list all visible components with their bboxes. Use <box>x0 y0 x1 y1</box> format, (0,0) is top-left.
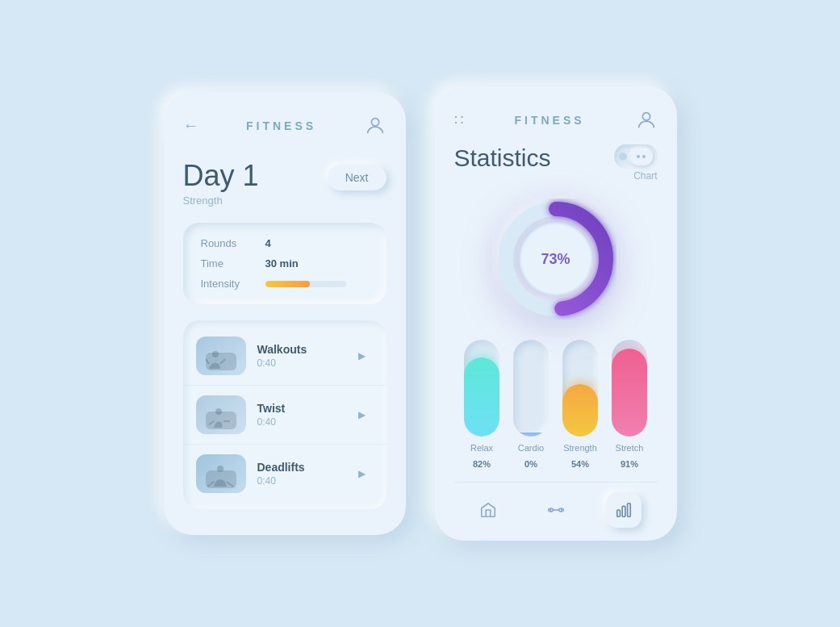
intensity-label: Intensity <box>201 278 265 290</box>
exercise-thumb-2 <box>196 395 246 434</box>
bar-pct-cardio: 0% <box>524 459 537 469</box>
exercise-duration-3: 0:40 <box>257 475 340 487</box>
svg-point-1 <box>212 351 219 357</box>
left-header: ← FITNESS <box>183 115 387 137</box>
statistics-title: Statistics <box>454 144 551 172</box>
bar-col-strength: Strength 54% <box>562 340 598 469</box>
bar-name-cardio: Cardio <box>518 443 544 453</box>
next-button[interactable]: Next <box>328 165 387 190</box>
bar-col-stretch: Stretch 91% <box>612 340 647 469</box>
svg-point-7 <box>217 466 224 472</box>
exercise-info-3: Deadlifts 0:40 <box>257 461 340 487</box>
exercise-list: Walkouts 0:40 ▶ Twist 0:40 <box>183 320 387 509</box>
bar-col-cardio: Cardio 0% <box>513 340 549 469</box>
donut-percent-label: 73% <box>541 251 570 268</box>
right-app-title: FITNESS <box>514 114 584 127</box>
toggle-dot <box>619 153 627 161</box>
bar-name-stretch: Stretch <box>616 443 644 453</box>
time-value: 30 min <box>265 257 299 270</box>
svg-line-3 <box>220 359 225 364</box>
exercise-item[interactable]: Deadlifts 0:40 ▶ <box>183 445 387 503</box>
back-button[interactable]: ← <box>183 116 199 135</box>
toggle-knob-dot <box>637 155 640 158</box>
left-app-title: FITNESS <box>246 119 316 132</box>
chart-toggle[interactable] <box>614 144 658 169</box>
exercise-thumb-1 <box>196 336 246 375</box>
exercise-thumb-3 <box>196 454 246 493</box>
time-row: Time 30 min <box>201 257 369 270</box>
bar-wrap-stretch <box>612 340 647 437</box>
rounds-row: Rounds 4 <box>201 237 369 249</box>
svg-rect-22 <box>616 510 620 516</box>
bar-name-strength: Strength <box>563 443 597 453</box>
svg-rect-23 <box>622 506 625 516</box>
toggle-knob-dot <box>642 155 646 158</box>
svg-point-10 <box>642 113 650 120</box>
user-icon-left <box>364 115 387 137</box>
svg-rect-24 <box>627 504 630 517</box>
toggle-knob <box>630 148 653 165</box>
exercise-duration-1: 0:40 <box>257 357 340 369</box>
right-header: ∷ FITNESS <box>454 109 658 132</box>
exercise-item[interactable]: Walkouts 0:40 ▶ <box>183 327 387 386</box>
play-button-3[interactable]: ▶ <box>351 462 374 485</box>
intensity-row: Intensity <box>201 278 369 290</box>
nav-workout[interactable] <box>538 492 574 528</box>
chart-label: Chart <box>614 170 658 182</box>
bar-pct-strength: 54% <box>571 459 589 469</box>
exercise-name-3: Deadlifts <box>257 461 340 474</box>
bar-fill-stretch <box>612 349 647 437</box>
exercise-name-1: Walkouts <box>257 343 340 356</box>
dots-icon: ∷ <box>454 111 465 129</box>
day-row: Day 1 Next <box>183 160 387 192</box>
bar-pct-relax: 82% <box>473 459 491 469</box>
nav-stats[interactable] <box>606 492 641 528</box>
play-button-2[interactable]: ▶ <box>351 403 374 426</box>
rounds-value: 4 <box>265 237 271 249</box>
bar-col-relax: Relax 82% <box>464 340 499 469</box>
bar-wrap-cardio <box>513 340 549 437</box>
bar-wrap-strength <box>562 340 598 437</box>
bottom-nav <box>454 482 658 528</box>
day-title: Day 1 <box>183 160 259 192</box>
bar-fill-relax <box>464 357 499 437</box>
svg-line-8 <box>207 482 214 487</box>
play-button-1[interactable]: ▶ <box>351 345 374 367</box>
toggle-wrap: Chart <box>614 144 658 182</box>
left-card: ← FITNESS Day 1 Next Strength Rounds 4 T… <box>164 92 406 536</box>
exercise-info-1: Walkouts 0:40 <box>257 343 340 369</box>
svg-point-0 <box>371 118 378 125</box>
bar-fill-strength <box>562 384 598 437</box>
intensity-bar-fill <box>265 281 310 287</box>
bar-name-relax: Relax <box>470 443 493 453</box>
donut-chart-wrap: 73% <box>454 194 658 324</box>
exercise-name-2: Twist <box>257 402 340 415</box>
day-subtitle: Strength <box>183 194 387 207</box>
svg-line-5 <box>209 421 214 424</box>
stats-box: Rounds 4 Time 30 min Intensity <box>183 223 387 304</box>
intensity-bar-bg <box>265 281 346 287</box>
right-card: ∷ FITNESS Statistics Chart <box>435 86 677 541</box>
bar-chart: Relax 82% Cardio 0% Strength 54% <box>454 340 658 469</box>
nav-home[interactable] <box>470 492 506 528</box>
exercise-duration-2: 0:40 <box>257 416 340 428</box>
time-label: Time <box>201 257 265 270</box>
exercise-item[interactable]: Twist 0:40 ▶ <box>183 386 387 445</box>
exercise-info-2: Twist 0:40 <box>257 402 340 428</box>
bar-fill-cardio <box>513 433 549 437</box>
scene: ← FITNESS Day 1 Next Strength Rounds 4 T… <box>132 54 709 573</box>
svg-point-4 <box>215 408 222 415</box>
bar-pct-stretch: 91% <box>621 459 638 469</box>
bar-wrap-relax <box>464 340 499 437</box>
user-icon-right <box>635 109 658 132</box>
rounds-label: Rounds <box>201 237 265 249</box>
svg-line-2 <box>206 359 209 364</box>
svg-line-9 <box>227 482 233 487</box>
